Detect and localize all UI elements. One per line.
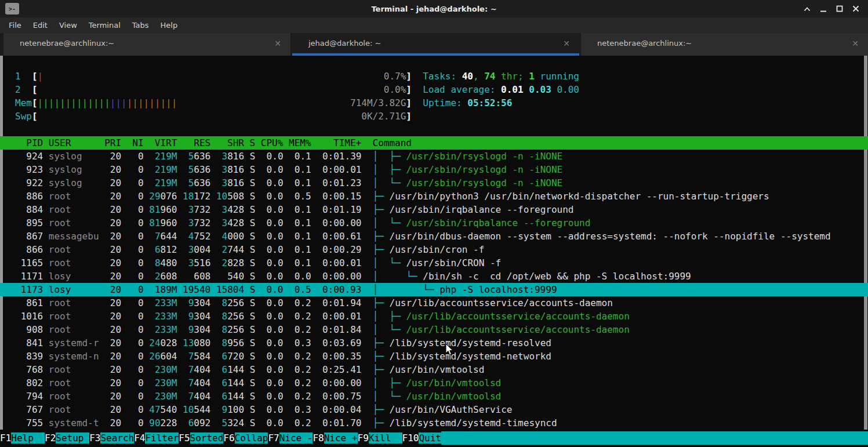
process-row-923[interactable]: 923 syslog 20 0 219M 5636 3816 S 0.0 0.1… bbox=[0, 163, 868, 176]
process-row-755[interactable]: 755 systemd-t 20 0 90228 6092 5324 S 0.0… bbox=[0, 416, 868, 430]
tab-2-active[interactable]: jehad@darkhole: ~✕ bbox=[292, 33, 579, 56]
process-row-924[interactable]: 924 syslog 20 0 219M 5636 3816 S 0.0 0.1… bbox=[0, 150, 868, 163]
fnkey-f7[interactable]: F7Nice - bbox=[268, 431, 313, 445]
text-span bbox=[216, 151, 222, 162]
fnkey-f6[interactable]: F6Collap bbox=[223, 431, 268, 445]
cell-pid: 867 bbox=[15, 231, 43, 242]
process-row-895[interactable]: 895 root 20 0 81960 3732 3428 S 0.0 0.1 … bbox=[0, 216, 868, 230]
text-span bbox=[311, 244, 317, 255]
meter-label: Mem bbox=[15, 97, 32, 108]
process-row-794[interactable]: 794 root 20 0 230M 7404 6144 S 0.0 0.2 0… bbox=[0, 390, 868, 403]
maximize-button[interactable] bbox=[834, 3, 845, 14]
text-span bbox=[216, 297, 222, 308]
cell-res: 404 bbox=[194, 377, 210, 388]
fnkey-number: F10 bbox=[402, 433, 419, 444]
cell-pri: 20 bbox=[104, 297, 121, 308]
tab-close-icon[interactable]: ✕ bbox=[561, 38, 572, 49]
menu-item-help[interactable]: Help bbox=[155, 17, 184, 33]
cell-time: 0:00.01 bbox=[317, 164, 361, 175]
text-span bbox=[177, 417, 183, 428]
text-span bbox=[183, 164, 188, 175]
tab-close-icon[interactable]: ✕ bbox=[272, 38, 284, 49]
process-table-header[interactable]: PID USER PRI NI VIRT RES SHR S CPU% MEM%… bbox=[0, 136, 868, 150]
cell-ni: 0 bbox=[127, 337, 144, 348]
cell-pri: 20 bbox=[104, 217, 121, 228]
cell-user: syslog bbox=[49, 164, 99, 175]
htop-screen: 1 [| 0.7%] Tasks: 40, 74 thr; 1 running2… bbox=[0, 70, 868, 430]
cell-ni: 0 bbox=[127, 271, 144, 282]
cell-state: S bbox=[244, 271, 261, 282]
fnkey-f10[interactable]: F10Quit bbox=[402, 431, 441, 445]
process-row-1173[interactable]: 1173 losy 20 0 189M 19540 15804 S 0.0 0.… bbox=[0, 283, 868, 296]
fnkey-f9[interactable]: F9Kill bbox=[358, 431, 402, 445]
cell-state: S bbox=[244, 244, 261, 255]
process-row-841[interactable]: 841 systemd-r 20 0 24028 13080 8956 S 0.… bbox=[0, 336, 868, 350]
text-span bbox=[361, 391, 372, 402]
meter-2: 2 [ 0.0%] Load average: 0.01 0.03 0.00 bbox=[0, 83, 868, 96]
tab-3[interactable]: netenebrae@archlinux:~✕ bbox=[581, 33, 868, 56]
menu-item-edit[interactable]: Edit bbox=[27, 17, 53, 33]
process-row-866[interactable]: 866 root 20 0 6812 3004 2744 S 0.0 0.1 0… bbox=[0, 243, 868, 256]
text-span bbox=[311, 364, 317, 375]
process-row-768[interactable]: 768 root 20 0 230M 7404 6144 S 0.0 0.2 0… bbox=[0, 363, 868, 376]
cell-cpu: 0.0 bbox=[261, 311, 284, 322]
cell-pid: 886 bbox=[15, 191, 43, 202]
cell-virt: 230M bbox=[155, 391, 177, 402]
tab-1[interactable]: netenebrae@archlinux:~✕ bbox=[3, 33, 290, 56]
menu-item-file[interactable]: File bbox=[3, 17, 27, 33]
text-span bbox=[99, 297, 105, 308]
cell-virt: 480 bbox=[161, 257, 177, 268]
text-span bbox=[99, 324, 105, 335]
process-row-886[interactable]: 886 root 20 0 29076 18172 10508 S 0.0 0.… bbox=[0, 190, 868, 203]
text-span bbox=[149, 231, 155, 242]
process-row-922[interactable]: 922 syslog 20 0 219M 5636 3816 S 0.0 0.1… bbox=[0, 176, 868, 190]
cell-state: S bbox=[244, 364, 261, 375]
text-span: Uptime: bbox=[423, 97, 467, 108]
cell-shr: 144 bbox=[227, 377, 244, 388]
cell-shr: 6 bbox=[222, 351, 228, 362]
cell-time: 0:00.15 bbox=[317, 191, 361, 202]
text-span bbox=[43, 71, 384, 82]
process-row-1171[interactable]: 1171 losy 20 0 2608 608 540 S 0.0 0.0 0:… bbox=[0, 270, 868, 283]
text-span bbox=[284, 217, 289, 228]
cell-pid: 768 bbox=[15, 364, 43, 375]
fnkey-f2[interactable]: F2Setup bbox=[45, 431, 89, 445]
text-span bbox=[177, 204, 183, 215]
menu-item-terminal[interactable]: Terminal bbox=[83, 17, 126, 33]
fnkey-f8[interactable]: F8Nice + bbox=[313, 431, 357, 445]
rollup-button[interactable] bbox=[802, 3, 812, 14]
menu-item-tabs[interactable]: Tabs bbox=[126, 17, 155, 33]
cell-ni: 0 bbox=[127, 231, 144, 242]
cell-time: 0:00.00 bbox=[317, 217, 361, 228]
process-row-767[interactable]: 767 root 20 0 47540 10544 9100 S 0.0 0.3… bbox=[0, 403, 868, 416]
text-span bbox=[177, 97, 350, 108]
process-row-802[interactable]: 802 root 20 0 230M 7404 6144 S 0.0 0.2 0… bbox=[0, 376, 868, 390]
tree-branch: ├─ bbox=[373, 351, 390, 362]
text-span bbox=[210, 351, 216, 362]
cell-shr: 816 bbox=[227, 151, 244, 162]
cell-cpu: 0.0 bbox=[261, 151, 284, 162]
fnkey-f5[interactable]: F5Sorted bbox=[179, 431, 223, 445]
process-row-867[interactable]: 867 messagebu 20 0 7644 4752 4000 S 0.0 … bbox=[0, 230, 868, 243]
tab-close-icon[interactable]: ✕ bbox=[849, 38, 861, 49]
minimize-icon bbox=[820, 5, 827, 12]
text-span bbox=[183, 217, 188, 228]
process-row-1016[interactable]: 1016 root 20 0 233M 9304 8256 S 0.0 0.2 … bbox=[0, 310, 868, 323]
minimize-button[interactable] bbox=[818, 3, 829, 14]
process-row-908[interactable]: 908 root 20 0 233M 9304 8256 S 0.0 0.2 0… bbox=[0, 323, 868, 336]
process-row-861[interactable]: 861 root 20 0 233M 9304 8256 S 0.0 0.2 0… bbox=[0, 296, 868, 310]
fnkey-number: F1 bbox=[0, 433, 11, 444]
close-button[interactable] bbox=[851, 3, 861, 14]
fnkey-f1[interactable]: F1Help bbox=[0, 431, 45, 445]
text-span: 74 bbox=[484, 71, 495, 82]
process-row-1165[interactable]: 1165 root 20 0 8480 3516 2828 S 0.0 0.1 … bbox=[0, 256, 868, 270]
fnkey-number: F8 bbox=[313, 433, 324, 444]
cell-virt: 6 bbox=[155, 244, 161, 255]
fnkey-f4[interactable]: F4Filter bbox=[134, 431, 179, 445]
cell-res: 3 bbox=[188, 257, 194, 268]
menu-item-view[interactable]: View bbox=[53, 17, 83, 33]
cell-virt: 230M bbox=[155, 364, 177, 375]
process-row-884[interactable]: 884 root 20 0 81960 3732 3428 S 0.0 0.1 … bbox=[0, 203, 868, 216]
process-row-839[interactable]: 839 systemd-n 20 0 26604 7584 6720 S 0.0… bbox=[0, 350, 868, 363]
fnkey-f3[interactable]: F3Search bbox=[89, 431, 134, 445]
